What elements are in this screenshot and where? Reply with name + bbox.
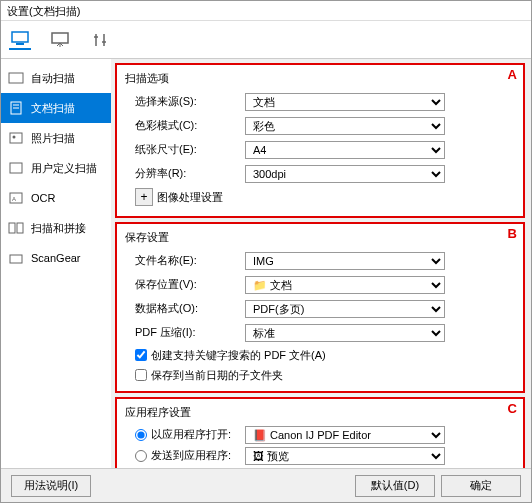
svg-point-8 (13, 136, 16, 139)
ok-button[interactable]: 确定 (441, 475, 521, 497)
open-app-radio[interactable] (135, 429, 147, 441)
sidebar-item-label: OCR (31, 192, 55, 204)
sidebar: 自动扫描 文档扫描 照片扫描 用户定义扫描 A OCR 扫描和拼接 (1, 59, 111, 468)
svg-rect-9 (10, 163, 22, 173)
svg-rect-7 (10, 133, 22, 143)
scangear-icon (7, 250, 25, 266)
sidebar-item-label: 文档扫描 (31, 101, 75, 116)
source-label: 选择来源(S): (125, 94, 245, 109)
defaults-button[interactable]: 默认值(D) (355, 475, 435, 497)
sidebar-item-label: 自动扫描 (31, 71, 75, 86)
stitch-icon (7, 220, 25, 236)
sidebar-item-auto[interactable]: 自动扫描 (1, 63, 111, 93)
svg-rect-3 (9, 73, 23, 83)
pdf-keyword-checkbox[interactable] (135, 349, 147, 361)
color-select[interactable]: 彩色 (245, 117, 445, 135)
photo-scan-icon (7, 130, 25, 146)
sidebar-item-label: ScanGear (31, 252, 81, 264)
save-settings-heading: 保存设置 (125, 230, 515, 245)
location-label: 保存位置(V): (125, 277, 245, 292)
pdf-keyword-label: 创建支持关键字搜索的 PDF 文件(A) (151, 348, 326, 363)
send-app-select[interactable]: 🖼 预览 (245, 447, 445, 465)
sidebar-item-document[interactable]: 文档扫描 (1, 93, 111, 123)
panel-marker-b: B (508, 226, 517, 241)
image-proc-label: 图像处理设置 (157, 190, 223, 205)
color-label: 色彩模式(C): (125, 118, 245, 133)
tab-settings-icon[interactable] (89, 30, 111, 50)
send-app-radio[interactable] (135, 450, 147, 462)
save-settings-panel: B 保存设置 文件名称(E): IMG 保存位置(V): 📁 文档 数据格式(O… (115, 222, 525, 393)
app-settings-panel: C 应用程序设置 以应用程序打开: 📕 Canon IJ PDF Editor … (115, 397, 525, 468)
tab-scan-from-panel-icon[interactable] (49, 30, 71, 50)
open-app-select[interactable]: 📕 Canon IJ PDF Editor (245, 426, 445, 444)
panel-marker-a: A (508, 67, 517, 82)
sidebar-item-custom[interactable]: 用户定义扫描 (1, 153, 111, 183)
send-app-label: 发送到应用程序: (151, 448, 231, 463)
svg-rect-1 (16, 43, 24, 45)
send-folder-select[interactable]: ☁ OneDrive (245, 468, 445, 469)
date-subfolder-label: 保存到当前日期的子文件夹 (151, 368, 283, 383)
custom-scan-icon (7, 160, 25, 176)
svg-rect-14 (10, 255, 22, 263)
sidebar-item-label: 照片扫描 (31, 131, 75, 146)
scan-options-panel: A 扫描选项 选择来源(S): 文档 色彩模式(C): 彩色 纸张尺寸(E): … (115, 63, 525, 218)
size-select[interactable]: A4 (245, 141, 445, 159)
location-select[interactable]: 📁 文档 (245, 276, 445, 294)
source-select[interactable]: 文档 (245, 93, 445, 111)
svg-text:A: A (12, 196, 16, 202)
date-subfolder-checkbox[interactable] (135, 369, 147, 381)
pdf-compress-label: PDF 压缩(I): (125, 325, 245, 340)
expand-image-proc-button[interactable]: + (135, 188, 153, 206)
window-title: 设置(文档扫描) (1, 1, 531, 21)
sidebar-item-stitch[interactable]: 扫描和拼接 (1, 213, 111, 243)
svg-rect-2 (52, 33, 68, 43)
sidebar-item-scangear[interactable]: ScanGear (1, 243, 111, 273)
footer-bar: 用法说明(I) 默认值(D) 确定 (1, 468, 531, 502)
format-select[interactable]: PDF(多页) (245, 300, 445, 318)
tab-scan-from-pc-icon[interactable] (9, 30, 31, 50)
filename-label: 文件名称(E): (125, 253, 245, 268)
pdf-compress-select[interactable]: 标准 (245, 324, 445, 342)
svg-rect-13 (17, 223, 23, 233)
svg-rect-12 (9, 223, 15, 233)
sidebar-item-ocr[interactable]: A OCR (1, 183, 111, 213)
resolution-label: 分辨率(R): (125, 166, 245, 181)
size-label: 纸张尺寸(E): (125, 142, 245, 157)
open-app-label: 以应用程序打开: (151, 427, 231, 442)
filename-select[interactable]: IMG (245, 252, 445, 270)
panel-marker-c: C (508, 401, 517, 416)
auto-scan-icon (7, 70, 25, 86)
sidebar-item-label: 用户定义扫描 (31, 161, 97, 176)
sidebar-item-photo[interactable]: 照片扫描 (1, 123, 111, 153)
resolution-select[interactable]: 300dpi (245, 165, 445, 183)
format-label: 数据格式(O): (125, 301, 245, 316)
ocr-icon: A (7, 190, 25, 206)
scan-options-heading: 扫描选项 (125, 71, 515, 86)
top-toolbar (1, 21, 531, 59)
help-button[interactable]: 用法说明(I) (11, 475, 91, 497)
svg-rect-0 (12, 32, 28, 42)
app-settings-heading: 应用程序设置 (125, 405, 515, 420)
sidebar-item-label: 扫描和拼接 (31, 221, 86, 236)
document-scan-icon (7, 100, 25, 116)
